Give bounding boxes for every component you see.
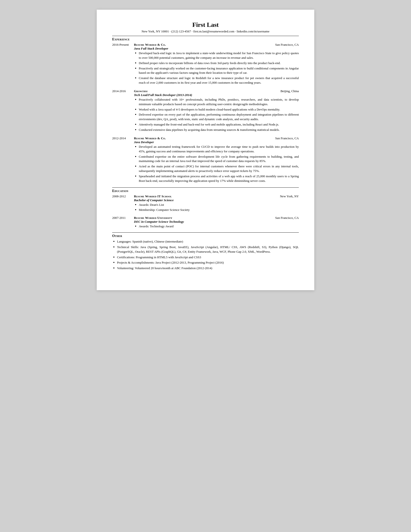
- edu-school-1: Resume Worded IT School: [134, 194, 172, 198]
- header: First Last New York, NY 10001 · (212) 12…: [112, 21, 299, 33]
- experience-entry-3: 2012-2014 Resume Worded & Co. San Franci…: [112, 136, 299, 184]
- education-entry-1: 2008-2012 Resume Worded IT School New Yo…: [112, 194, 299, 213]
- education-section: Education 2008-2012 Resume Worded IT Sch…: [112, 189, 299, 230]
- bullet-item: Contributed expertise on the entire soft…: [134, 154, 299, 164]
- edu-bullets-2: Awards: Technology Award: [134, 224, 299, 229]
- entry-location-2: Beijing, China: [280, 89, 299, 93]
- entry-main-1: Resume Worded & Co. San Francisco, CA Ja…: [134, 43, 299, 86]
- bullet-item: Defined proper rules to incorporate bill…: [134, 61, 299, 66]
- education-section-title: Education: [112, 189, 299, 193]
- other-section: Other Languages: Spanish (native), Chine…: [112, 234, 299, 271]
- bullet-item: Acted as the main point of contact (POC)…: [134, 164, 299, 173]
- education-entry-2: 2007-2011 Resume Worded University San F…: [112, 216, 299, 229]
- edu-main-2: Resume Worded University San Francisco, …: [134, 216, 299, 229]
- edu-dates-1: 2008-2012: [112, 194, 134, 198]
- bullet-item: Proactively and strategically worked on …: [134, 66, 299, 76]
- experience-section: Experience 2016-Present Resume Worded & …: [112, 38, 299, 184]
- entry-company-3: Resume Worded & Co.: [134, 136, 166, 140]
- other-bullet-item: Projects & Accomplishments: Java Project…: [112, 260, 299, 265]
- other-bullets-list: Languages: Spanish (native), Chinese (in…: [112, 239, 299, 271]
- other-bullet-item: Languages: Spanish (native), Chinese (in…: [112, 239, 299, 244]
- experience-entry-2: 2014-2016 Growthsi Beijing, China Tech L…: [112, 89, 299, 133]
- entry-dates-2: 2014-2016: [112, 89, 134, 93]
- experience-entry-1: 2016-Present Resume Worded & Co. San Fra…: [112, 43, 299, 86]
- edu-dates-2: 2007-2011: [112, 216, 134, 220]
- entry-bullets-1: Developed back-end logic in Java to impl…: [134, 51, 299, 85]
- edu-location-1: New York, NY: [280, 194, 299, 198]
- entry-bullets-3: Developed an automated testing framework…: [134, 145, 299, 183]
- other-bullet-item: Technical Skills: Java (Spring, Spring B…: [112, 245, 299, 254]
- experience-section-title: Experience: [112, 38, 299, 41]
- entry-main-2: Growthsi Beijing, China Tech Lead/Full S…: [134, 89, 299, 133]
- entry-title-1: Java Full Stack Developer: [134, 47, 299, 50]
- bullet-item: Awards: Technology Award: [134, 224, 299, 229]
- bullet-item: Developed an automated testing framework…: [134, 145, 299, 154]
- entry-location-1: San Francisco, CA: [275, 43, 299, 47]
- entry-dates-1: 2016-Present: [112, 43, 134, 47]
- edu-location-2: San Francisco, CA: [275, 216, 299, 220]
- entry-bullets-2: Proactively collaborated with 10+ profes…: [134, 97, 299, 132]
- edu-bullets-1: Awards: Dean's List Membership: Computer…: [134, 203, 299, 213]
- entry-main-3: Resume Worded & Co. San Francisco, CA Ja…: [134, 136, 299, 184]
- bullet-item: Spearheaded and initiated the migration …: [134, 174, 299, 183]
- header-divider: [112, 36, 299, 36]
- bullet-item: Developed back-end logic in Java to impl…: [134, 51, 299, 60]
- candidate-name: First Last: [112, 21, 299, 28]
- entry-title-3: Java Developer: [134, 140, 299, 144]
- bullet-item: Conducted extensive data pipelines by ac…: [134, 128, 299, 132]
- bullet-item: Proactively collaborated with 10+ profes…: [134, 97, 299, 107]
- edu-school-2: Resume Worded University: [134, 216, 172, 220]
- resume-page: First Last New York, NY 10001 · (212) 12…: [97, 10, 314, 290]
- education-divider: [112, 187, 299, 188]
- entry-company-2: Growthsi: [134, 89, 148, 93]
- other-divider: [112, 232, 299, 233]
- bullet-item: Worked with a Java squad of 4-5 develope…: [134, 107, 299, 112]
- entry-location-3: San Francisco, CA: [275, 136, 299, 140]
- edu-main-1: Resume Worded IT School New York, NY Bac…: [134, 194, 299, 213]
- bullet-item: Attentively managed the front-end and ba…: [134, 122, 299, 127]
- bullet-item: Awards: Dean's List: [134, 203, 299, 207]
- other-bullet-item: Volunteering: Volunteered 20 hours/month…: [112, 266, 299, 271]
- edu-degree-1: Bachelor of Computer Science: [134, 198, 299, 202]
- bullet-item: Delivered expertise on every part of the…: [134, 113, 299, 122]
- other-bullet-item: Certifications: Programming in HTML5 wit…: [112, 255, 299, 260]
- other-section-title: Other: [112, 234, 299, 238]
- entry-dates-3: 2012-2014: [112, 136, 134, 140]
- bullet-item: Created the database structure and logic…: [134, 76, 299, 85]
- edu-degree-2: DEC in Computer Science Technology: [134, 220, 299, 224]
- entry-title-2: Tech Lead/Full Stack Developer (2013-201…: [134, 93, 299, 97]
- entry-company-1: Resume Worded & Co.: [134, 43, 166, 47]
- contact-info: New York, NY 10001 · (212) 123-4567 · fi…: [112, 29, 299, 33]
- bullet-item: Membership: Computer Science Society: [134, 208, 299, 212]
